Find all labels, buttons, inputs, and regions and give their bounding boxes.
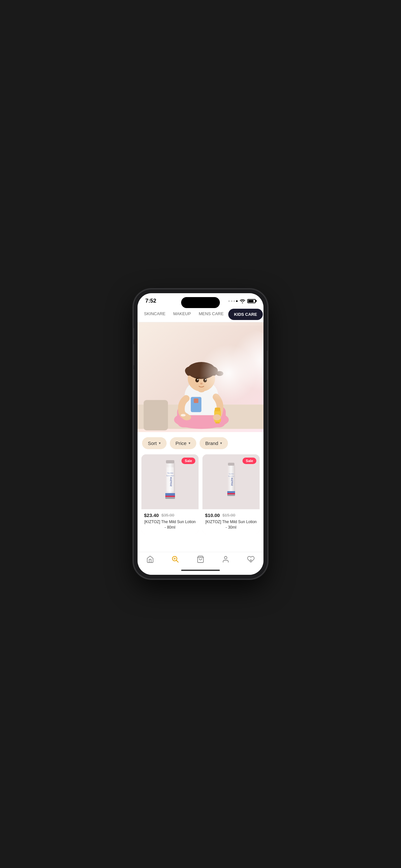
category-tabs: SKINCARE MAKEUP MENS CARE KIDS CARE: [137, 307, 264, 322]
profile-icon: [222, 555, 229, 563]
svg-rect-21: [215, 407, 220, 411]
cart-icon: [197, 555, 204, 563]
home-icon: [146, 555, 154, 563]
battery-icon: [247, 299, 256, 303]
price-chevron-icon: ▾: [189, 441, 190, 445]
svg-rect-35: [228, 463, 235, 466]
product-name-1: [KIZTOZ] The Mild Sun Lotion - 80ml: [144, 519, 196, 530]
tab-kidscare[interactable]: KIDS CARE: [228, 309, 263, 320]
status-time: 7:52: [145, 298, 156, 304]
home-bar: [181, 569, 220, 571]
price-filter-button[interactable]: Price ▾: [170, 437, 196, 449]
main-content: SKINCARE MAKEUP MENS CARE KIDS CARE: [137, 307, 264, 552]
signal-icon: [228, 300, 238, 302]
product-price-current-2: $10.00: [205, 513, 220, 518]
filter-row: Sort ▾ Price ▾ Brand ▾: [137, 432, 264, 454]
product-info-2: $10.00 $15.00 [KIZTOZ] The Mild Sun Loti…: [203, 509, 259, 534]
svg-rect-3: [144, 400, 168, 430]
products-grid: Sale: [137, 454, 264, 540]
svg-rect-29: [165, 496, 175, 497]
hero-scene: [137, 322, 264, 432]
wifi-icon: [240, 299, 245, 303]
sort-label: Sort: [148, 440, 157, 446]
product-price-current-1: $23.40: [144, 513, 159, 518]
phone-frame: 7:52 S: [134, 289, 267, 579]
power-button: [267, 351, 267, 380]
svg-text:Sun Lotion: Sun Lotion: [228, 475, 234, 477]
svg-point-24: [181, 414, 186, 416]
svg-text:KiZTOZ: KiZTOZ: [231, 477, 233, 486]
svg-text:The Mild: The Mild: [228, 473, 234, 475]
svg-text:Sun Lotion: Sun Lotion: [166, 475, 174, 476]
status-icons: [228, 299, 256, 303]
volume-down-button: [134, 369, 134, 391]
product-name-2: [KIZTOZ] The Mild Sun Lotion - 30ml: [205, 519, 257, 530]
svg-text:The Mild: The Mild: [167, 472, 173, 474]
svg-rect-38: [227, 493, 235, 494]
svg-point-47: [224, 556, 227, 559]
signal-dot-2: [231, 300, 233, 302]
tab-skincare[interactable]: SKINCARE: [140, 307, 169, 322]
sort-filter-button[interactable]: Sort ▾: [142, 437, 166, 449]
product-info-1: $23.40 $35.00 [KIZTOZ] The Mild Sun Loti…: [142, 509, 198, 534]
tab-makeup[interactable]: MAKEUP: [169, 307, 195, 322]
svg-line-43: [177, 561, 179, 562]
price-label: Price: [176, 440, 187, 446]
volume-up-button: [134, 344, 134, 365]
svg-rect-9: [194, 399, 198, 403]
sale-badge-1: Sale: [181, 458, 195, 464]
signal-dot-3: [234, 300, 235, 302]
product-image-2: KiZTOZ The Mild Sun Lotion: [222, 461, 240, 503]
brand-label: Brand: [205, 440, 218, 446]
mute-button: [134, 328, 134, 340]
hero-image: [137, 322, 264, 432]
svg-rect-26: [166, 460, 174, 463]
bottom-nav: [137, 552, 264, 566]
svg-point-14: [195, 378, 199, 382]
nav-wishlist[interactable]: [247, 555, 255, 563]
svg-point-23: [213, 414, 221, 421]
product-price-original-2: $15.00: [222, 513, 235, 518]
product-card-2[interactable]: Sale: [203, 454, 259, 534]
product-card-1[interactable]: Sale: [142, 454, 198, 534]
signal-dot-1: [228, 300, 230, 302]
signal-dot-4: [236, 300, 238, 302]
battery-fill: [248, 300, 253, 302]
hero-glow: [199, 344, 257, 402]
tab-menscare[interactable]: MENS CARE: [195, 307, 227, 322]
svg-text:KiZTOZ: KiZTOZ: [169, 477, 173, 487]
brand-chevron-icon: ▾: [220, 441, 222, 445]
nav-cart[interactable]: [197, 555, 204, 563]
nav-search[interactable]: [172, 555, 179, 563]
dynamic-island: [181, 297, 220, 308]
svg-rect-22: [215, 422, 220, 423]
price-row-2: $10.00 $15.00: [205, 513, 257, 518]
sale-badge-2: Sale: [243, 458, 256, 464]
product-image-1: KiZTOZ The Mild Sun Lotion: [159, 458, 181, 506]
product-image-area-2: Sale: [203, 454, 259, 509]
home-indicator: [137, 566, 264, 575]
nav-home[interactable]: [146, 555, 154, 563]
brand-filter-button[interactable]: Brand ▾: [199, 437, 228, 449]
price-row-1: $23.40 $35.00: [144, 513, 196, 518]
search-icon: [172, 555, 179, 563]
sort-chevron-icon: ▾: [159, 441, 161, 445]
product-price-original-1: $35.00: [161, 513, 174, 518]
phone-screen: 7:52 S: [137, 293, 264, 575]
product-image-area-1: Sale: [142, 454, 198, 509]
wishlist-icon: [247, 555, 255, 563]
svg-point-16: [197, 379, 198, 380]
nav-profile[interactable]: [222, 555, 229, 563]
